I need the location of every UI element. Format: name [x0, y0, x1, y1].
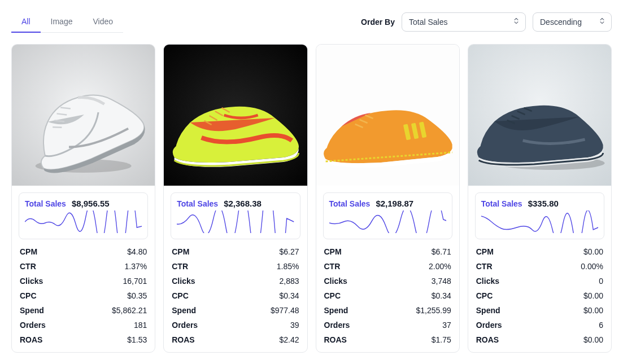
metric-row-ctr: CTR2.00% — [324, 262, 451, 271]
product-card[interactable]: Total Sales $8,956.55 CPM$4.80 CTR1.37% … — [11, 44, 155, 353]
metric-row-ctr: CTR1.37% — [20, 262, 147, 271]
total-sales-value: $8,956.55 — [72, 199, 110, 208]
metric-row-clicks: Clicks0 — [476, 277, 603, 286]
total-sales-label: Total Sales — [25, 199, 66, 208]
total-sales-label: Total Sales — [329, 199, 371, 208]
metric-row-cpc: CPC$0.35 — [20, 291, 147, 300]
metric-row-roas: ROAS$0.00 — [476, 335, 603, 344]
metric-row-orders: Orders181 — [20, 321, 147, 330]
metric-row-orders: Orders6 — [476, 321, 603, 330]
sparkline-chart — [25, 210, 142, 233]
filter-tabs: All Image Video — [11, 11, 123, 33]
total-sales-box: Total Sales $2,368.38 — [171, 192, 300, 239]
tab-all[interactable]: All — [11, 11, 41, 33]
metrics-list: CPM$6.27 CTR1.85% Clicks2,883 CPC$0.34 S… — [171, 245, 300, 345]
total-sales-box: Total Sales $2,198.87 — [323, 192, 452, 239]
metric-row-clicks: Clicks3,748 — [324, 277, 451, 286]
sparkline-chart — [481, 210, 598, 233]
page-header: All Image Video Order By Total Sales Des… — [11, 11, 612, 33]
metric-row-cpc: CPC$0.34 — [324, 291, 451, 300]
total-sales-label: Total Sales — [177, 199, 218, 208]
product-image — [468, 45, 611, 186]
total-sales-value: $2,368.38 — [224, 199, 262, 208]
metric-row-cpm: CPM$4.80 — [20, 247, 147, 256]
order-by-value: Total Sales — [402, 12, 526, 32]
metric-row-clicks: Clicks16,701 — [20, 277, 147, 286]
tab-video[interactable]: Video — [82, 11, 123, 33]
product-card[interactable]: Total Sales $2,368.38 CPM$6.27 CTR1.85% … — [163, 44, 307, 353]
sparkline-chart — [177, 210, 294, 233]
product-image — [316, 45, 459, 186]
metric-row-spend: Spend$0.00 — [476, 306, 603, 315]
metric-row-roas: ROAS$1.75 — [324, 335, 451, 344]
metric-row-spend: Spend$5,862.21 — [20, 306, 147, 315]
metrics-list: CPM$6.71 CTR2.00% Clicks3,748 CPC$0.34 S… — [323, 245, 452, 345]
metric-row-roas: ROAS$2.42 — [172, 335, 299, 344]
metric-row-roas: ROAS$1.53 — [20, 335, 147, 344]
card-body: Total Sales $2,368.38 CPM$6.27 CTR1.85% … — [164, 186, 307, 352]
total-sales-label: Total Sales — [481, 199, 522, 208]
product-card[interactable]: Total Sales $2,198.87 CPM$6.71 CTR2.00% … — [316, 44, 460, 353]
metric-row-cpc: CPC$0.34 — [172, 291, 299, 300]
sparkline-chart — [329, 210, 446, 233]
metric-row-cpc: CPC$0.00 — [476, 291, 603, 300]
total-sales-box: Total Sales $335.80 — [475, 192, 604, 239]
total-sales-value: $2,198.87 — [376, 199, 413, 208]
order-by-label: Order By — [361, 17, 395, 27]
metric-row-spend: Spend$1,255.99 — [324, 306, 451, 315]
metrics-list: CPM$4.80 CTR1.37% Clicks16,701 CPC$0.35 … — [19, 245, 148, 345]
metrics-list: CPM$0.00 CTR0.00% Clicks0 CPC$0.00 Spend… — [475, 245, 604, 345]
metric-row-ctr: CTR1.85% — [172, 262, 299, 271]
direction-select[interactable]: Descending — [533, 12, 612, 32]
card-body: Total Sales $2,198.87 CPM$6.71 CTR2.00% … — [316, 186, 459, 352]
metric-row-cpm: CPM$6.71 — [324, 247, 451, 256]
product-card[interactable]: Total Sales $335.80 CPM$0.00 CTR0.00% Cl… — [468, 44, 612, 353]
metric-row-cpm: CPM$0.00 — [476, 247, 603, 256]
total-sales-value: $335.80 — [528, 199, 559, 208]
metric-row-cpm: CPM$6.27 — [172, 247, 299, 256]
order-by-select[interactable]: Total Sales — [402, 12, 526, 32]
metric-row-orders: Orders39 — [172, 321, 299, 330]
metric-row-clicks: Clicks2,883 — [172, 277, 299, 286]
product-image — [12, 45, 155, 186]
card-body: Total Sales $8,956.55 CPM$4.80 CTR1.37% … — [12, 186, 155, 352]
direction-value: Descending — [533, 12, 612, 32]
tab-image[interactable]: Image — [41, 11, 83, 33]
sort-controls: Order By Total Sales Descending — [361, 12, 612, 32]
product-cards-grid: Total Sales $8,956.55 CPM$4.80 CTR1.37% … — [11, 44, 612, 353]
metric-row-orders: Orders37 — [324, 321, 451, 330]
product-image — [164, 45, 307, 186]
total-sales-box: Total Sales $8,956.55 — [19, 192, 148, 239]
metric-row-ctr: CTR0.00% — [476, 262, 603, 271]
metric-row-spend: Spend$977.48 — [172, 306, 299, 315]
card-body: Total Sales $335.80 CPM$0.00 CTR0.00% Cl… — [468, 186, 611, 352]
